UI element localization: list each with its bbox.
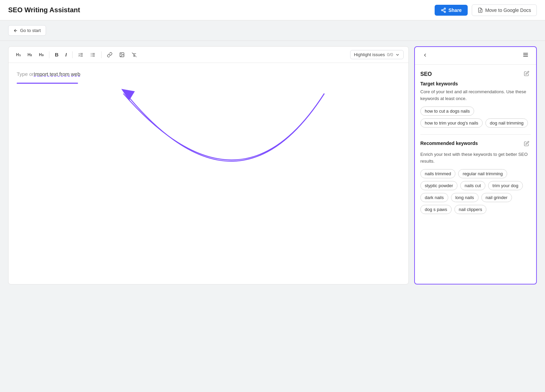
unordered-list-button[interactable]: [88, 50, 98, 59]
pencil-icon: [524, 71, 529, 76]
rec-keyword-4: nails cut: [460, 181, 485, 190]
svg-line-22: [132, 52, 136, 57]
recommended-keywords-desc: Enrich your text with these keywords to …: [420, 151, 531, 164]
sidebar-content: SEO Target keywords Core of your text an…: [415, 65, 536, 284]
target-keywords-title: Target keywords: [420, 81, 531, 86]
unordered-list-icon: [90, 52, 96, 58]
highlight-issues-dropdown[interactable]: Highlight issues 0/0: [350, 50, 404, 59]
move-to-docs-button[interactable]: Move to Google Docs: [472, 4, 537, 16]
rec-keyword-2: regular nail trimming: [458, 169, 507, 178]
bold-button[interactable]: B: [52, 50, 61, 59]
section-divider: [420, 134, 531, 135]
import-text-link[interactable]: Import text from web: [34, 71, 80, 77]
editor-panel: H₁ H₂ H₃ B I: [8, 46, 409, 284]
sidebar-topbar: [415, 47, 536, 65]
link-icon: [107, 52, 112, 58]
link-button[interactable]: [104, 50, 115, 59]
rec-keyword-10: nail clippers: [454, 205, 487, 214]
svg-point-2: [444, 11, 446, 12]
editor-toolbar: H₁ H₂ H₃ B I: [9, 47, 408, 63]
h2-button[interactable]: H₂: [25, 51, 35, 59]
rec-keyword-8: nail grinder: [481, 193, 512, 202]
h3-button[interactable]: H₃: [36, 51, 46, 59]
recommended-edit-button[interactable]: [523, 140, 531, 148]
image-icon: [119, 52, 125, 58]
rec-keyword-9: dog s paws: [420, 205, 452, 214]
recommended-section-header: Recommended keywords: [420, 140, 531, 148]
seo-section-header: SEO: [420, 70, 531, 78]
rec-keyword-1: nails trimmed: [420, 169, 455, 178]
toolbar-divider-1: [49, 51, 49, 58]
target-keyword-3: dog nail trimming: [485, 118, 528, 128]
ordered-list-icon: [78, 52, 83, 58]
editor-placeholder: Type or Import text from web: [17, 71, 400, 77]
app-title: SEO Writing Assistant: [8, 6, 80, 14]
svg-line-4: [443, 9, 445, 10]
toolbar-divider-3: [101, 51, 102, 58]
hamburger-icon: [523, 52, 529, 58]
annotation-arrow: [9, 83, 408, 254]
clear-format-icon: [131, 52, 137, 58]
target-keywords-group: how to cut a dogs nails how to trim your…: [420, 107, 531, 128]
rec-keyword-5: trim your dog: [488, 181, 523, 190]
svg-point-18: [121, 53, 122, 54]
ordered-list-button[interactable]: [75, 50, 86, 59]
editor-body[interactable]: Type or Import text from web: [9, 63, 408, 284]
recommended-keywords-group: nails trimmed regular nail trimming styp…: [420, 169, 531, 214]
svg-point-0: [444, 8, 446, 9]
target-keyword-2: how to trim your dog's nails: [420, 118, 483, 128]
sidebar-panel: SEO Target keywords Core of your text an…: [414, 46, 537, 284]
seo-title: SEO: [420, 71, 432, 77]
svg-point-15: [91, 54, 92, 55]
top-header: SEO Writing Assistant Share Move to Goog…: [0, 0, 545, 20]
arrow-left-icon: [13, 28, 18, 33]
main-content: H₁ H₂ H₃ B I: [0, 41, 545, 392]
toolbar-divider-2: [72, 51, 73, 58]
chevron-down-icon: [395, 52, 400, 57]
recommended-keywords-section: Recommended keywords Enrich your text wi…: [420, 140, 531, 214]
svg-point-16: [91, 56, 92, 56]
h1-button[interactable]: H₁: [13, 51, 24, 59]
clear-format-button[interactable]: [129, 50, 140, 59]
target-keywords-desc: Core of your text and all recommendation…: [420, 88, 531, 102]
go-to-start-button[interactable]: Go to start: [8, 25, 46, 36]
image-button[interactable]: [116, 50, 127, 59]
svg-point-14: [91, 53, 92, 54]
share-button[interactable]: Share: [435, 5, 468, 16]
svg-marker-24: [121, 85, 137, 102]
header-actions: Share Move to Google Docs: [435, 4, 537, 16]
seo-edit-button[interactable]: [523, 70, 531, 78]
target-keyword-1: how to cut a dogs nails: [420, 107, 474, 116]
sidebar-menu-button[interactable]: [520, 50, 531, 61]
italic-button[interactable]: I: [63, 50, 69, 59]
rec-keyword-6: dark nails: [420, 193, 448, 202]
recommended-keywords-title: Recommended keywords: [420, 141, 478, 146]
sub-header: Go to start: [0, 20, 545, 41]
share-icon: [441, 7, 446, 13]
chevron-left-icon: [422, 52, 428, 58]
sidebar-collapse-button[interactable]: [420, 51, 431, 61]
svg-point-1: [441, 10, 443, 11]
svg-line-3: [443, 11, 445, 12]
pencil-icon-2: [524, 141, 529, 146]
target-keywords-section: Target keywords Core of your text and al…: [420, 81, 531, 128]
editor-underline: [17, 83, 78, 84]
move-docs-icon: [478, 7, 483, 13]
rec-keyword-7: long nails: [451, 193, 479, 202]
rec-keyword-3: styptic powder: [420, 181, 457, 190]
